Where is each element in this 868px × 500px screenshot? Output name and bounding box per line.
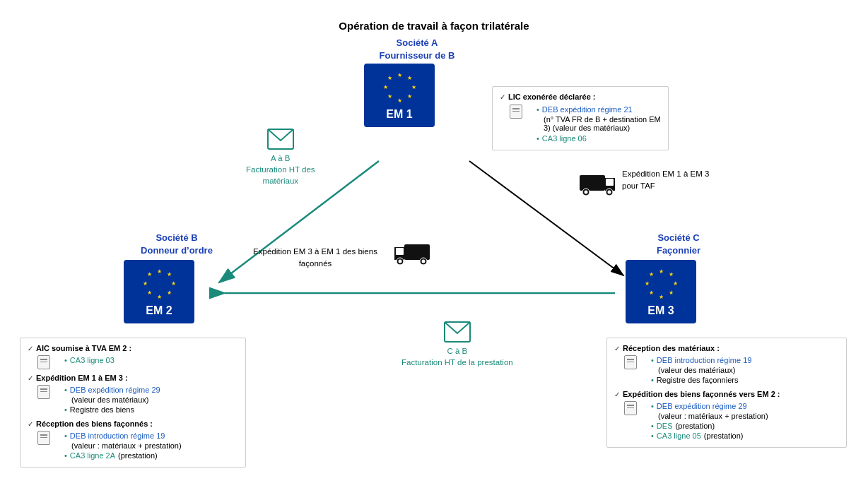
email-ab-container: A à B Facturation HT des matériaux [246, 129, 315, 186]
em2-box: ★ ★ ★ ★ ★ ★ ★ ★ EM 2 [124, 260, 194, 323]
svg-text:★: ★ [407, 93, 412, 100]
company-a-label: Société A Fournisseur de B [360, 37, 474, 62]
info-box-c: ✓ Réception des matériaux : • DEB introd… [606, 338, 847, 448]
svg-text:★: ★ [407, 75, 412, 81]
bullet-a2: • [536, 134, 539, 143]
info-box-b: ✓ AIC soumise à TVA EM 2 : • CA3 ligne 0… [20, 338, 246, 468]
svg-text:★: ★ [387, 93, 392, 100]
em2-flag: ★ ★ ★ ★ ★ ★ ★ ★ [138, 266, 180, 303]
doc-icon-a [510, 105, 522, 119]
svg-point-36 [585, 191, 588, 194]
doc-icon-b1 [37, 355, 50, 369]
page-container: Opération de travail à façon trilatérale [0, 0, 868, 500]
bullet-a1: • [536, 105, 539, 114]
em1-label: EM 1 [386, 108, 412, 121]
svg-rect-34 [606, 179, 614, 186]
svg-text:★: ★ [157, 268, 162, 275]
info-box-a: ✓ LIC exonérée déclarée : • DEB expéditi… [492, 86, 669, 150]
svg-text:★: ★ [673, 280, 678, 287]
page-title: Opération de travail à façon trilatérale [0, 10, 868, 32]
em1-box: ★ ★ ★ ★ ★ ★ ★ ★ EM 1 [364, 64, 435, 127]
em3-flag: ★ ★ ★ ★ ★ ★ ★ ★ [640, 266, 682, 303]
svg-text:★: ★ [649, 271, 654, 278]
svg-text:★: ★ [397, 97, 402, 104]
truck-em3-em1-label: Expédition EM 3 à EM 1 des biens façonné… [237, 246, 393, 270]
doc-icon-c2 [624, 401, 637, 415]
em2-label: EM 2 [146, 304, 172, 317]
em1-flag: ★ ★ ★ ★ ★ ★ ★ ★ [378, 70, 421, 107]
em3-label: EM 3 [647, 304, 674, 317]
svg-text:★: ★ [411, 84, 416, 90]
svg-text:★: ★ [387, 75, 392, 81]
svg-rect-39 [404, 244, 430, 260]
doc-icon-b2 [37, 385, 50, 399]
em3-box: ★ ★ ★ ★ ★ ★ ★ ★ EM 3 [626, 260, 696, 323]
company-b-label: Société B Donneur d’ordre [120, 232, 233, 257]
truck-em1-em3-label: Expédition EM 1 à EM 3 pour TAF [622, 168, 735, 193]
svg-point-43 [422, 260, 426, 263]
company-c-label: Société C Façonnier [622, 232, 735, 257]
svg-rect-41 [396, 248, 404, 255]
svg-text:★: ★ [143, 280, 148, 287]
svg-text:★: ★ [157, 294, 162, 300]
svg-text:★: ★ [383, 84, 388, 90]
svg-text:★: ★ [167, 271, 172, 278]
truck-em3-em1: Expédition EM 3 à EM 1 des biens façonné… [393, 239, 430, 268]
svg-text:★: ★ [669, 271, 674, 278]
svg-point-45 [399, 260, 402, 263]
email-cb-container: C à B Facturation HT de la prestation [401, 321, 513, 368]
doc-icon-b3 [37, 431, 50, 445]
svg-text:★: ★ [147, 290, 152, 296]
doc-icon-c1 [624, 355, 637, 369]
check-icon-a1: ✓ [500, 93, 505, 101]
email-ab-icon [267, 129, 294, 150]
svg-point-38 [608, 191, 611, 194]
svg-text:★: ★ [171, 280, 176, 287]
email-cb-icon [444, 321, 471, 343]
svg-rect-32 [580, 175, 605, 191]
svg-text:★: ★ [659, 294, 664, 300]
svg-text:★: ★ [669, 290, 674, 296]
truck-em1-em3: Expédition EM 1 à EM 3 pour TAF [580, 169, 616, 199]
email-ab-text: A à B Facturation HT des matériaux [246, 153, 315, 186]
svg-text:★: ★ [645, 280, 650, 287]
svg-text:★: ★ [659, 268, 664, 275]
svg-text:★: ★ [397, 72, 402, 78]
svg-text:★: ★ [167, 290, 172, 296]
svg-text:★: ★ [147, 271, 152, 278]
email-cb-text: C à B Facturation HT de la prestation [401, 345, 513, 368]
svg-text:★: ★ [649, 290, 654, 296]
